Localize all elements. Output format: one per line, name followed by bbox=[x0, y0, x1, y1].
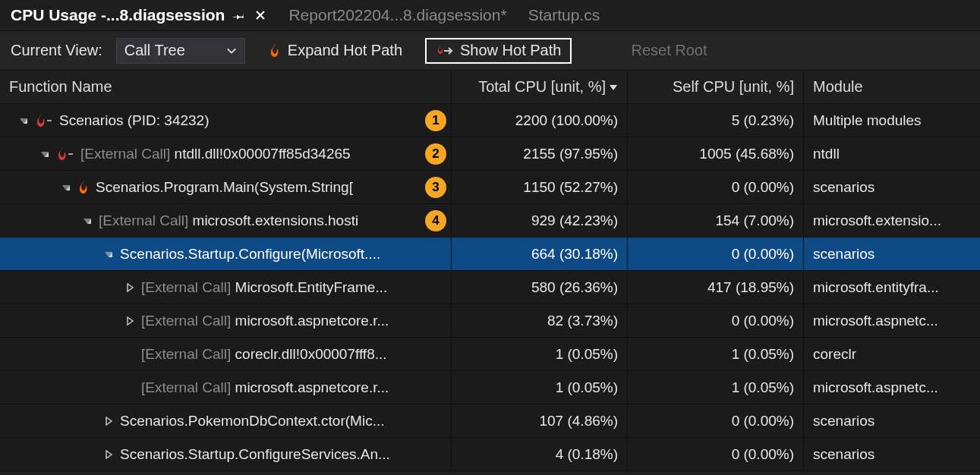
table-row[interactable]: [External Call] Microsoft.EntityFrame...… bbox=[0, 271, 980, 304]
expander-icon[interactable] bbox=[103, 250, 114, 259]
col-module-label: Module bbox=[813, 78, 863, 96]
module-cell: microsoft.extensio... bbox=[803, 204, 979, 237]
col-self-cpu[interactable]: Self CPU [unit, %] bbox=[627, 71, 803, 103]
module-cell: scenarios bbox=[803, 404, 979, 437]
function-name: Scenarios (PID: 34232) bbox=[59, 112, 442, 129]
self-cpu-cell: 417 (18.95%) bbox=[627, 271, 803, 304]
module-cell: ntdll bbox=[803, 137, 979, 170]
tab-0[interactable]: CPU Usage -...8.diagsession bbox=[0, 0, 278, 30]
col-function-name[interactable]: Function Name bbox=[0, 71, 451, 103]
self-cpu-cell: 154 (7.00%) bbox=[627, 204, 803, 237]
self-cpu-cell: 5 (0.23%) bbox=[627, 104, 803, 137]
total-cpu-cell: 2200 (100.00%) bbox=[451, 104, 627, 137]
tab-label: Startup.cs bbox=[528, 6, 600, 24]
expander-icon[interactable] bbox=[18, 116, 29, 125]
module-cell: microsoft.aspnetc... bbox=[803, 371, 979, 404]
flame-arrow-icon bbox=[436, 44, 454, 58]
external-call-tag: [External Call] bbox=[141, 313, 231, 329]
self-cpu-cell: 0 (0.00%) bbox=[627, 304, 803, 337]
table-row[interactable]: [External Call] microsoft.aspnetcore.r..… bbox=[0, 371, 980, 404]
fn-cell: Scenarios.Startup.ConfigureServices.An..… bbox=[0, 438, 451, 470]
col-module[interactable]: Module bbox=[803, 71, 979, 103]
module-cell: microsoft.entityfra... bbox=[803, 271, 979, 304]
fn-cell: [External Call] Microsoft.EntityFrame... bbox=[0, 271, 451, 304]
external-call-tag: [External Call] bbox=[141, 379, 231, 395]
function-name: [External Call] microsoft.extensions.hos… bbox=[99, 212, 442, 229]
function-name: Scenarios.Startup.ConfigureServices.An..… bbox=[120, 446, 442, 463]
flame-icon bbox=[268, 43, 282, 58]
fn-cell: [External Call] coreclr.dll!0x00007fff8.… bbox=[0, 338, 451, 370]
annotation-callout: 3 bbox=[425, 177, 446, 198]
self-cpu-cell: 1 (0.05%) bbox=[627, 371, 803, 404]
external-call-tag: [External Call] bbox=[80, 146, 170, 162]
function-name: [External Call] microsoft.aspnetcore.r..… bbox=[141, 379, 442, 396]
table-row[interactable]: Scenarios.Program.Main(System.String[ 3 … bbox=[0, 171, 980, 204]
tab-2[interactable]: Startup.cs bbox=[518, 0, 611, 30]
pin-icon[interactable] bbox=[232, 8, 246, 22]
total-cpu-cell: 1150 (52.27%) bbox=[451, 171, 627, 203]
table-row[interactable]: [External Call] ntdll.dll!0x00007ff85d34… bbox=[0, 137, 980, 171]
expander-icon[interactable] bbox=[61, 183, 71, 192]
table-row[interactable]: Scenarios.Startup.Configure(Microsoft...… bbox=[0, 238, 980, 271]
expander-icon[interactable] bbox=[124, 316, 135, 326]
col-total-cpu[interactable]: Total CPU [unit, %] bbox=[451, 71, 627, 103]
fn-cell: Scenarios.Program.Main(System.String[ 3 bbox=[0, 171, 451, 203]
show-hot-path-button[interactable]: Show Hot Path bbox=[425, 38, 572, 64]
annotation-callout: 1 bbox=[425, 110, 446, 131]
table-row[interactable]: Scenarios (PID: 34232) 1 2200 (100.00%) … bbox=[0, 104, 980, 137]
col-total-cpu-label: Total CPU [unit, %] bbox=[478, 78, 606, 96]
total-cpu-cell: 82 (3.73%) bbox=[451, 304, 627, 337]
tab-label: Report202204...8.diagsession* bbox=[288, 6, 506, 24]
self-cpu-cell: 0 (0.00%) bbox=[627, 238, 803, 270]
self-cpu-cell: 0 (0.00%) bbox=[627, 404, 803, 437]
close-icon[interactable] bbox=[254, 8, 267, 22]
fn-cell: [External Call] ntdll.dll!0x00007ff85d34… bbox=[0, 137, 451, 170]
reset-root-button[interactable]: Reset Root bbox=[622, 38, 716, 64]
total-cpu-cell: 107 (4.86%) bbox=[451, 404, 627, 437]
flame-hot-icon bbox=[35, 113, 53, 128]
expander-icon[interactable] bbox=[103, 417, 114, 426]
cpu-table: Function Name Total CPU [unit, %] Self C… bbox=[0, 70, 980, 471]
fn-cell: [External Call] microsoft.aspnetcore.r..… bbox=[0, 371, 451, 404]
tab-label: CPU Usage -...8.diagsession bbox=[11, 6, 225, 24]
total-cpu-cell: 2155 (97.95%) bbox=[451, 137, 627, 170]
flame-icon bbox=[77, 180, 90, 195]
table-row[interactable]: Scenarios.PokemonDbContext.ctor(Mic... 1… bbox=[0, 404, 980, 438]
fn-cell: Scenarios (PID: 34232) 1 bbox=[0, 104, 451, 137]
expand-hot-path-button[interactable]: Expand Hot Path bbox=[259, 38, 411, 64]
annotation-callout: 2 bbox=[425, 143, 446, 165]
function-name: [External Call] ntdll.dll!0x00007ff85d34… bbox=[80, 146, 442, 162]
total-cpu-cell: 580 (26.36%) bbox=[451, 271, 627, 304]
expander-icon[interactable] bbox=[39, 149, 50, 159]
annotation-callout: 4 bbox=[425, 210, 446, 231]
self-cpu-cell: 0 (0.00%) bbox=[627, 438, 803, 470]
current-view-label: Current View: bbox=[11, 42, 102, 59]
expander-icon[interactable] bbox=[124, 283, 135, 292]
self-cpu-cell: 0 (0.00%) bbox=[627, 171, 803, 203]
function-name: [External Call] Microsoft.EntityFrame... bbox=[141, 279, 442, 296]
expander-icon[interactable] bbox=[82, 216, 93, 225]
chevron-down-icon bbox=[226, 46, 237, 56]
fn-cell: [External Call] microsoft.aspnetcore.r..… bbox=[0, 304, 451, 337]
module-cell: microsoft.aspnetc... bbox=[803, 304, 979, 337]
function-name: [External Call] coreclr.dll!0x00007fff8.… bbox=[141, 346, 442, 363]
expander-icon[interactable] bbox=[103, 450, 114, 459]
function-name: [External Call] microsoft.aspnetcore.r..… bbox=[141, 313, 442, 329]
module-cell: scenarios bbox=[803, 438, 979, 470]
external-call-tag: [External Call] bbox=[99, 212, 188, 228]
toolbar: Current View: Call Tree Expand Hot Path … bbox=[0, 30, 980, 70]
show-hot-path-label: Show Hot Path bbox=[460, 42, 561, 59]
total-cpu-cell: 1 (0.05%) bbox=[451, 371, 627, 404]
function-name: Scenarios.Startup.Configure(Microsoft...… bbox=[120, 246, 442, 263]
total-cpu-cell: 4 (0.18%) bbox=[451, 438, 627, 470]
fn-cell: Scenarios.PokemonDbContext.ctor(Mic... bbox=[0, 404, 451, 437]
view-dropdown[interactable]: Call Tree bbox=[116, 38, 245, 64]
total-cpu-cell: 929 (42.23%) bbox=[451, 204, 627, 237]
module-cell: scenarios bbox=[803, 238, 979, 270]
table-row[interactable]: Scenarios.Startup.ConfigureServices.An..… bbox=[0, 438, 980, 471]
table-row[interactable]: [External Call] microsoft.aspnetcore.r..… bbox=[0, 304, 980, 338]
module-cell: Multiple modules bbox=[803, 104, 979, 137]
table-row[interactable]: [External Call] microsoft.extensions.hos… bbox=[0, 204, 980, 238]
table-row[interactable]: [External Call] coreclr.dll!0x00007fff8.… bbox=[0, 338, 980, 371]
tab-1[interactable]: Report202204...8.diagsession* bbox=[278, 0, 517, 30]
